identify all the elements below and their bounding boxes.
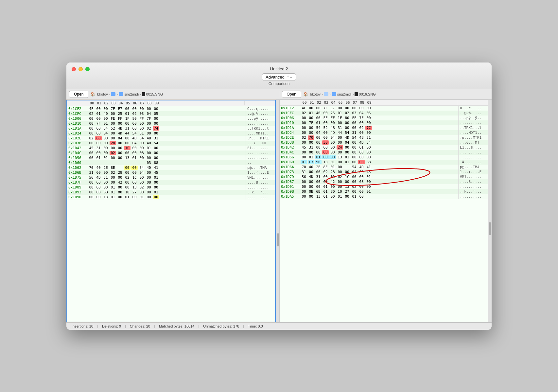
hex-byte: 13 — [315, 194, 322, 199]
hex-byte: 27 — [344, 189, 350, 194]
scrollbar-left[interactable] — [277, 233, 279, 246]
hex-byte: 40 — [102, 112, 109, 116]
right-hex-view[interactable]: 0x1CF24F00007FE70000000000O...ç.....0x1C… — [280, 106, 488, 322]
hex-byte: 01 — [308, 111, 314, 115]
insertions-stat: Insertions: 10 — [72, 324, 93, 328]
hex-byte: 01 — [329, 165, 336, 169]
hex-byte: 01 — [344, 160, 350, 164]
hex-address: 0x1D2E — [67, 136, 87, 141]
hex-byte: FF — [329, 116, 336, 120]
hex-byte: 00 — [344, 194, 350, 199]
hex-byte: 00 — [351, 106, 357, 110]
hex-byte: 00 — [308, 126, 314, 130]
hex-byte: 00 — [315, 135, 322, 140]
left-hex-view[interactable]: 0x1CF24F00007FE70000000000O...ç.....0x1C… — [67, 106, 275, 322]
hex-byte: 40 — [308, 165, 314, 169]
hex-address: 0x1D6B — [67, 170, 87, 175]
changes-stat: Changes: 20 — [130, 324, 150, 328]
hex-bytes: 00000000420000000800 — [300, 179, 458, 184]
hex-byte: 10 — [124, 190, 131, 194]
hex-byte: 4D — [329, 131, 336, 135]
hex-byte: 00 — [301, 150, 307, 154]
hex-byte: 00 — [95, 195, 102, 199]
hex-byte: 00 — [153, 156, 159, 160]
hex-byte: 80 — [329, 189, 336, 194]
hex-bytes: 000B6B01801027000001 — [300, 189, 458, 194]
hex-bytes: 00010100001301000000 — [87, 155, 246, 160]
hex-byte: 00 — [102, 146, 109, 150]
hex-byte: 70 — [308, 135, 314, 140]
hex-ascii: ...pÿ .ÿ.. — [458, 116, 488, 120]
hex-byte: 00 — [351, 175, 357, 179]
hex-byte — [131, 161, 138, 165]
hex-byte: 00 — [131, 126, 138, 131]
close-button[interactable] — [72, 67, 76, 71]
hex-byte: 54 — [131, 131, 138, 135]
hex-address: 0x1CFC — [67, 111, 87, 116]
hex-byte: 31 — [124, 126, 131, 131]
hex-byte: 00 — [315, 185, 322, 189]
open-button-left[interactable]: Open — [69, 91, 88, 98]
hex-byte: 00 — [351, 126, 357, 130]
hex-byte: 00 — [358, 121, 365, 125]
hex-byte: 00 — [138, 141, 145, 145]
hex-ascii: .......... — [458, 155, 488, 160]
hex-byte: 00 — [117, 141, 123, 145]
maximize-button[interactable] — [85, 67, 90, 71]
hex-byte: 54 — [365, 140, 372, 145]
hex-byte: 4F — [88, 107, 95, 111]
hex-byte: 02 — [88, 136, 95, 140]
hex-byte: 02 — [337, 175, 343, 179]
hex-byte: 01 — [153, 175, 159, 180]
hex-address: 0x1D9B — [280, 189, 300, 194]
hex-bytes: 00010100001301000000 — [300, 155, 458, 160]
hex-byte: 00 — [315, 150, 322, 154]
main-content: 00 01 02 03 04 05 06 07 08 09 0x1CF24F00… — [66, 100, 492, 322]
hex-ascii: .......... — [458, 184, 488, 189]
table-row: 0x1D6B310000022800000400451...(....E — [67, 170, 275, 175]
hex-byte: FF — [138, 116, 145, 121]
hex-byte: 80 — [344, 116, 350, 120]
hex-byte: 00 — [351, 121, 357, 125]
hex-byte: 03 — [146, 161, 152, 165]
addr-header-right — [281, 100, 301, 105]
hex-ascii: ...0...MT — [458, 140, 488, 145]
mode-selector[interactable]: Advanced ⌃⌄ — [262, 73, 296, 81]
table-row: 0x1CFC02014000250102030405..@.%..... — [280, 111, 488, 116]
hex-byte: 00 — [358, 155, 365, 159]
hex-byte: 00 — [88, 116, 95, 121]
hex-byte: 00 — [365, 106, 372, 110]
hex-byte: 00 — [315, 145, 322, 150]
hex-byte: 00 — [337, 185, 343, 189]
open-button-right[interactable]: Open — [282, 91, 301, 98]
table-row: 0x1D9D00001301000100010000.......... — [67, 195, 275, 200]
minimize-button[interactable] — [78, 67, 83, 71]
hex-byte: 00 — [95, 126, 102, 131]
hex-byte: 88 — [153, 161, 159, 165]
hex-byte: 00 — [315, 140, 322, 145]
right-panel[interactable]: 00 01 02 03 04 05 06 07 08 09 0x1CF24F00… — [280, 100, 488, 322]
hex-byte: 00 — [322, 135, 329, 140]
hex-address: 0x1D42 — [67, 146, 87, 151]
hex-address: 0x1D4C — [67, 151, 87, 155]
right-scrollbar-track[interactable] — [488, 100, 492, 322]
hex-byte: 00 — [138, 121, 145, 126]
table-row: 0x1D3800000028000004004D54...(...MT — [67, 141, 275, 146]
hex-byte: 00 — [138, 175, 145, 180]
table-row: 0x1D8900000001000013020000.......... — [67, 185, 275, 190]
hex-address: 0x1D2E — [280, 135, 300, 140]
hex-byte — [117, 166, 123, 170]
hex-byte: 00 — [301, 155, 307, 159]
hex-byte: 00 — [344, 170, 350, 174]
left-panel[interactable]: 00 01 02 03 04 05 06 07 08 09 0x1CF24F00… — [66, 100, 276, 322]
hex-byte: 00 — [308, 131, 314, 135]
hex-byte: 4B — [329, 126, 336, 130]
hex-byte: 4F — [301, 106, 307, 110]
right-scrollbar-thumb[interactable] — [489, 222, 491, 235]
hex-byte: 6B — [315, 189, 322, 194]
hex-byte: 00 — [344, 180, 350, 184]
hex-byte: 02 — [301, 111, 307, 115]
hex-bytes: 000000FEFF1F80FF7F00 — [87, 116, 246, 121]
hex-byte: 45 — [153, 170, 159, 175]
hex-byte: 2E — [102, 166, 109, 170]
